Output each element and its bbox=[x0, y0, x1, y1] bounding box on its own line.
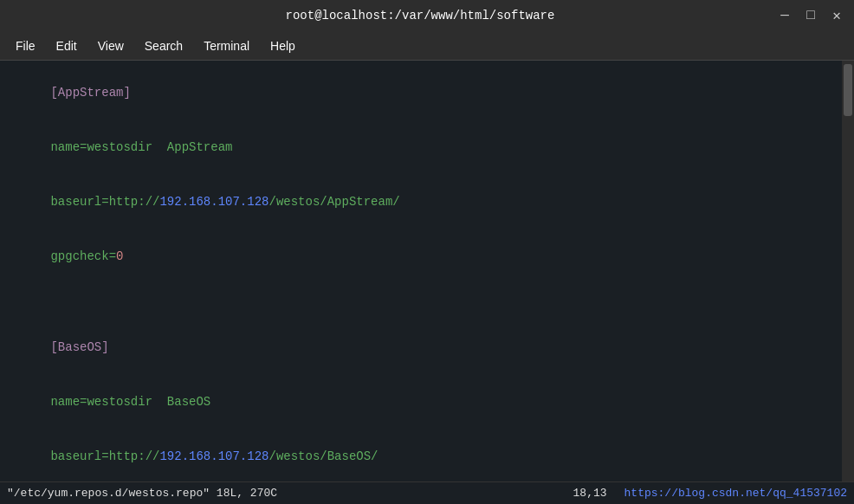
empty-line-1 bbox=[7, 284, 835, 302]
statusbar-position: 18,13 bbox=[573, 487, 607, 500]
baseurl-prefix-appstream: baseurl=http:// bbox=[50, 195, 159, 209]
menu-search[interactable]: Search bbox=[136, 36, 191, 56]
path-baseos: /westos/BaseOS/ bbox=[268, 449, 378, 463]
section-appstream: [AppStream] bbox=[50, 86, 130, 100]
window-controls[interactable]: — □ ✕ bbox=[778, 7, 844, 24]
line-appstream-name: name=westosdir AppStream bbox=[7, 120, 835, 175]
line-baseos-baseurl: baseurl=http://192.168.107.128/westos/Ba… bbox=[7, 430, 835, 481]
line-baseos-header: [BaseOS] bbox=[7, 320, 835, 375]
section-baseos: [BaseOS] bbox=[50, 340, 108, 354]
line-baseos-name: name=westosdir BaseOS bbox=[7, 375, 835, 430]
statusbar: "/etc/yum.repos.d/westos.repo" 18L, 270C… bbox=[0, 481, 854, 504]
terminal-content[interactable]: [AppStream] name=westosdir AppStream bas… bbox=[0, 61, 842, 481]
baseurl-prefix-baseos: baseurl=http:// bbox=[50, 449, 159, 463]
gpg-appstream-val: 0 bbox=[116, 249, 123, 263]
titlebar: root@localhost:/var/www/html/software — … bbox=[0, 0, 854, 31]
statusbar-url: https://blog.csdn.net/qq_41537102 bbox=[624, 487, 847, 500]
menu-help[interactable]: Help bbox=[262, 36, 304, 56]
terminal-wrapper: [AppStream] name=westosdir AppStream bas… bbox=[0, 61, 854, 481]
close-button[interactable]: ✕ bbox=[830, 7, 844, 24]
menu-edit[interactable]: Edit bbox=[48, 36, 86, 56]
line-appstream-gpg: gpgcheck=0 bbox=[7, 229, 835, 284]
menubar: File Edit View Search Terminal Help bbox=[0, 31, 854, 61]
ip-appstream: 192.168.107.128 bbox=[159, 195, 268, 209]
menu-view[interactable]: View bbox=[89, 36, 133, 56]
line-appstream-header: [AppStream] bbox=[7, 66, 835, 120]
scrollbar[interactable] bbox=[842, 61, 854, 481]
statusbar-file-info: "/etc/yum.repos.d/westos.repo" 18L, 270C bbox=[7, 487, 277, 500]
key-name-appstream: name=westosdir AppStream bbox=[50, 140, 232, 154]
minimize-button[interactable]: — bbox=[778, 8, 792, 23]
menu-terminal[interactable]: Terminal bbox=[195, 36, 258, 56]
window-title: root@localhost:/var/www/html/software bbox=[62, 9, 778, 23]
scrollbar-thumb[interactable] bbox=[844, 64, 852, 116]
path-appstream: /westos/AppStream/ bbox=[268, 195, 399, 209]
line-appstream-baseurl: baseurl=http://192.168.107.128/westos/Ap… bbox=[7, 175, 835, 229]
ip-baseos: 192.168.107.128 bbox=[159, 449, 268, 463]
menu-file[interactable]: File bbox=[7, 36, 44, 56]
gpg-appstream-label: gpgcheck= bbox=[50, 249, 116, 263]
empty-line-2 bbox=[7, 302, 835, 320]
key-name-baseos: name=westosdir BaseOS bbox=[50, 395, 210, 409]
maximize-button[interactable]: □ bbox=[804, 8, 818, 23]
